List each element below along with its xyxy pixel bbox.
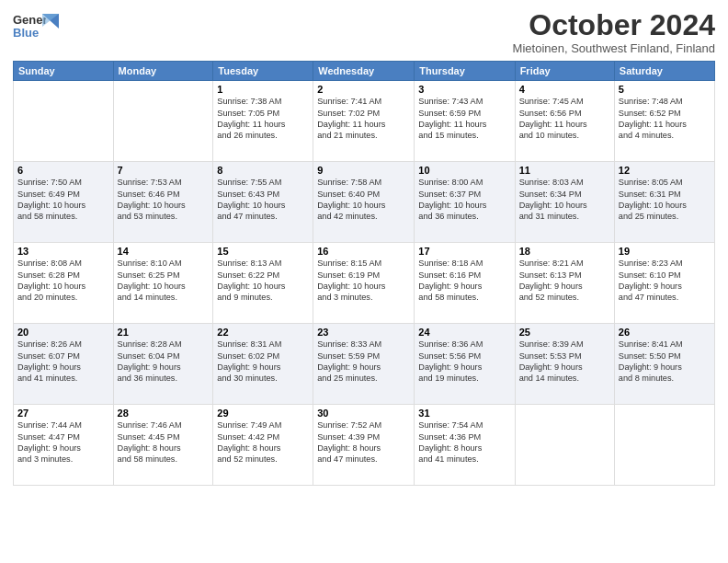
- day-number: 18: [519, 246, 610, 257]
- day-number: 12: [619, 165, 711, 176]
- day-info: Sunrise: 7:54 AMSunset: 4:36 PMDaylight:…: [418, 419, 510, 465]
- day-info: Sunrise: 7:52 AMSunset: 4:39 PMDaylight:…: [317, 419, 410, 465]
- day-info: Sunrise: 8:28 AMSunset: 6:04 PMDaylight:…: [118, 339, 210, 385]
- day-number: 27: [17, 408, 109, 419]
- day-number: 24: [418, 327, 510, 338]
- day-number: 3: [418, 84, 510, 95]
- table-cell: 13Sunrise: 8:08 AMSunset: 6:28 PMDayligh…: [14, 243, 114, 324]
- day-number: 13: [17, 246, 109, 257]
- day-number: 1: [217, 84, 309, 95]
- header-area: General Blue October 2024 Mietoinen, Sou…: [13, 9, 715, 55]
- table-cell: 10Sunrise: 8:00 AMSunset: 6:37 PMDayligh…: [415, 162, 515, 243]
- table-cell: 25Sunrise: 8:39 AMSunset: 5:53 PMDayligh…: [515, 324, 614, 405]
- day-info: Sunrise: 8:36 AMSunset: 5:56 PMDaylight:…: [418, 339, 510, 385]
- day-info: Sunrise: 7:44 AMSunset: 4:47 PMDaylight:…: [17, 419, 109, 465]
- day-number: 28: [118, 408, 210, 419]
- day-info: Sunrise: 8:03 AMSunset: 6:34 PMDaylight:…: [519, 177, 610, 223]
- day-info: Sunrise: 7:45 AMSunset: 6:56 PMDaylight:…: [519, 96, 610, 142]
- day-info: Sunrise: 7:48 AMSunset: 6:52 PMDaylight:…: [619, 96, 711, 142]
- table-cell: 14Sunrise: 8:10 AMSunset: 6:25 PMDayligh…: [113, 243, 213, 324]
- logo: General Blue: [13, 9, 59, 42]
- day-info: Sunrise: 8:00 AMSunset: 6:37 PMDaylight:…: [418, 177, 510, 223]
- day-number: 17: [418, 246, 510, 257]
- day-info: Sunrise: 7:38 AMSunset: 7:05 PMDaylight:…: [217, 96, 309, 142]
- month-title: October 2024: [513, 9, 715, 41]
- day-number: 5: [619, 84, 711, 95]
- day-number: 8: [217, 165, 309, 176]
- table-cell: [614, 405, 714, 486]
- week-row: 6Sunrise: 7:50 AMSunset: 6:49 PMDaylight…: [14, 162, 715, 243]
- day-number: 21: [118, 327, 210, 338]
- table-cell: 18Sunrise: 8:21 AMSunset: 6:13 PMDayligh…: [515, 243, 614, 324]
- day-number: 23: [317, 327, 410, 338]
- table-cell: 9Sunrise: 7:58 AMSunset: 6:40 PMDaylight…: [313, 162, 415, 243]
- week-row: 1Sunrise: 7:38 AMSunset: 7:05 PMDaylight…: [14, 81, 715, 162]
- table-cell: 1Sunrise: 7:38 AMSunset: 7:05 PMDaylight…: [213, 81, 313, 162]
- table-cell: 24Sunrise: 8:36 AMSunset: 5:56 PMDayligh…: [415, 324, 515, 405]
- table-cell: 17Sunrise: 8:18 AMSunset: 6:16 PMDayligh…: [415, 243, 515, 324]
- header-sunday: Sunday: [14, 62, 114, 81]
- table-cell: 4Sunrise: 7:45 AMSunset: 6:56 PMDaylight…: [515, 81, 614, 162]
- header-row: Sunday Monday Tuesday Wednesday Thursday…: [14, 62, 715, 81]
- day-info: Sunrise: 8:39 AMSunset: 5:53 PMDaylight:…: [519, 339, 610, 385]
- day-info: Sunrise: 8:21 AMSunset: 6:13 PMDaylight:…: [519, 258, 610, 304]
- table-cell: 30Sunrise: 7:52 AMSunset: 4:39 PMDayligh…: [313, 405, 415, 486]
- table-cell: 20Sunrise: 8:26 AMSunset: 6:07 PMDayligh…: [14, 324, 114, 405]
- table-cell: 11Sunrise: 8:03 AMSunset: 6:34 PMDayligh…: [515, 162, 614, 243]
- table-cell: [515, 405, 614, 486]
- calendar-body: 1Sunrise: 7:38 AMSunset: 7:05 PMDaylight…: [14, 81, 715, 486]
- day-number: 16: [317, 246, 410, 257]
- table-cell: 7Sunrise: 7:53 AMSunset: 6:46 PMDaylight…: [113, 162, 213, 243]
- page-container: General Blue October 2024 Mietoinen, Sou…: [0, 0, 728, 495]
- table-cell: 12Sunrise: 8:05 AMSunset: 6:31 PMDayligh…: [614, 162, 714, 243]
- day-number: 14: [118, 246, 210, 257]
- table-cell: 21Sunrise: 8:28 AMSunset: 6:04 PMDayligh…: [113, 324, 213, 405]
- calendar-table: Sunday Monday Tuesday Wednesday Thursday…: [13, 61, 715, 486]
- table-cell: 8Sunrise: 7:55 AMSunset: 6:43 PMDaylight…: [213, 162, 313, 243]
- day-number: 29: [217, 408, 309, 419]
- day-info: Sunrise: 8:23 AMSunset: 6:10 PMDaylight:…: [619, 258, 711, 304]
- day-number: 4: [519, 84, 610, 95]
- table-cell: 23Sunrise: 8:33 AMSunset: 5:59 PMDayligh…: [313, 324, 415, 405]
- day-number: 31: [418, 408, 510, 419]
- day-info: Sunrise: 7:49 AMSunset: 4:42 PMDaylight:…: [217, 419, 309, 465]
- day-info: Sunrise: 7:50 AMSunset: 6:49 PMDaylight:…: [17, 177, 109, 223]
- day-info: Sunrise: 8:08 AMSunset: 6:28 PMDaylight:…: [17, 258, 109, 304]
- day-info: Sunrise: 7:41 AMSunset: 7:02 PMDaylight:…: [317, 96, 410, 142]
- table-cell: 29Sunrise: 7:49 AMSunset: 4:42 PMDayligh…: [213, 405, 313, 486]
- day-info: Sunrise: 8:31 AMSunset: 6:02 PMDaylight:…: [217, 339, 309, 385]
- logo-arrow-icon: [42, 14, 59, 34]
- table-cell: 28Sunrise: 7:46 AMSunset: 4:45 PMDayligh…: [113, 405, 213, 486]
- day-number: 19: [619, 246, 711, 257]
- table-cell: [14, 81, 114, 162]
- header-wednesday: Wednesday: [313, 62, 415, 81]
- day-number: 7: [118, 165, 210, 176]
- day-number: 22: [217, 327, 309, 338]
- day-number: 11: [519, 165, 610, 176]
- header-monday: Monday: [113, 62, 213, 81]
- day-info: Sunrise: 7:53 AMSunset: 6:46 PMDaylight:…: [118, 177, 210, 223]
- svg-text:General: General: [13, 13, 46, 27]
- week-row: 20Sunrise: 8:26 AMSunset: 6:07 PMDayligh…: [14, 324, 715, 405]
- day-info: Sunrise: 8:33 AMSunset: 5:59 PMDaylight:…: [317, 339, 410, 385]
- day-number: 15: [217, 246, 309, 257]
- day-info: Sunrise: 8:41 AMSunset: 5:50 PMDaylight:…: [619, 339, 711, 385]
- table-cell: 6Sunrise: 7:50 AMSunset: 6:49 PMDaylight…: [14, 162, 114, 243]
- day-info: Sunrise: 8:05 AMSunset: 6:31 PMDaylight:…: [619, 177, 711, 223]
- day-info: Sunrise: 8:13 AMSunset: 6:22 PMDaylight:…: [217, 258, 309, 304]
- week-row: 27Sunrise: 7:44 AMSunset: 4:47 PMDayligh…: [14, 405, 715, 486]
- day-number: 26: [619, 327, 711, 338]
- day-number: 9: [317, 165, 410, 176]
- day-info: Sunrise: 8:15 AMSunset: 6:19 PMDaylight:…: [317, 258, 410, 304]
- week-row: 13Sunrise: 8:08 AMSunset: 6:28 PMDayligh…: [14, 243, 715, 324]
- svg-text:Blue: Blue: [13, 26, 39, 40]
- logo-icon: General Blue: [13, 9, 46, 42]
- table-cell: 3Sunrise: 7:43 AMSunset: 6:59 PMDaylight…: [415, 81, 515, 162]
- calendar-header: Sunday Monday Tuesday Wednesday Thursday…: [14, 62, 715, 81]
- day-info: Sunrise: 7:55 AMSunset: 6:43 PMDaylight:…: [217, 177, 309, 223]
- day-number: 20: [17, 327, 109, 338]
- day-number: 2: [317, 84, 410, 95]
- day-info: Sunrise: 7:58 AMSunset: 6:40 PMDaylight:…: [317, 177, 410, 223]
- day-number: 30: [317, 408, 410, 419]
- table-cell: 2Sunrise: 7:41 AMSunset: 7:02 PMDaylight…: [313, 81, 415, 162]
